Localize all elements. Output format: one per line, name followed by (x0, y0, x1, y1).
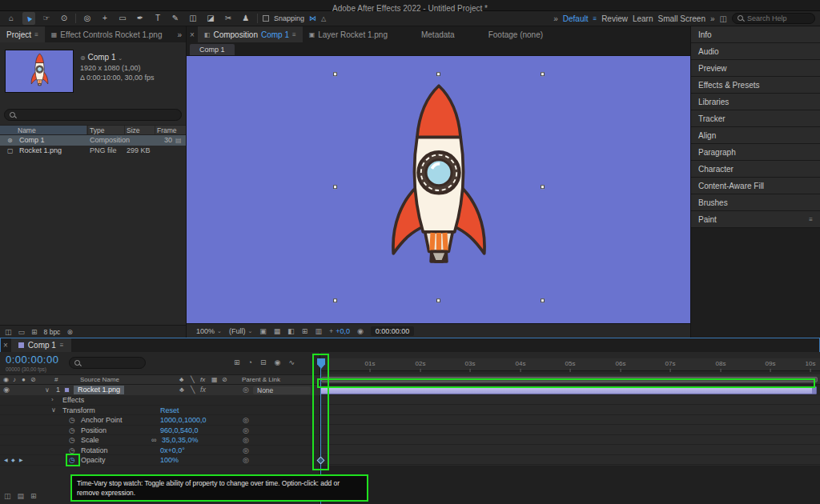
pickwhip-icon[interactable]: ◎ (243, 385, 249, 395)
preview-time-display[interactable]: 0:00:00:00 (371, 326, 415, 336)
keyframe-prev-icon[interactable]: ◀ (4, 455, 8, 466)
tab-footage[interactable]: Footage (none) (482, 26, 549, 42)
workspace-default[interactable]: Default (563, 14, 589, 23)
stopwatch-icon[interactable]: ◷ (69, 435, 75, 446)
property-value[interactable]: 960,0,540,0 (160, 426, 199, 436)
selection-handle[interactable] (333, 298, 337, 302)
sidebar-panel-paragraph[interactable]: Paragraph (691, 144, 820, 161)
pickwhip-icon[interactable]: ◎ (243, 415, 249, 426)
trash-icon[interactable]: ⊗ (66, 328, 73, 336)
workspace-small-screen[interactable]: Small Screen (658, 14, 705, 23)
graph-editor-icon[interactable]: ∿ (288, 358, 295, 366)
property-row-opacity[interactable]: ◀ ◆ ▶ ◷ Opacity 100% ◎ (0, 455, 320, 466)
reset-link[interactable]: Reset (160, 406, 179, 416)
composition-flowchart-icon[interactable]: ⊞ (234, 358, 240, 366)
column-type[interactable]: Type (90, 126, 104, 135)
pickwhip-icon[interactable]: ◎ (243, 446, 249, 456)
eraser-tool-icon[interactable]: ◪ (204, 12, 217, 25)
sidebar-panel-info[interactable]: Info (691, 26, 820, 43)
layer-row-rocket[interactable]: ◉ ∨ 1 Rocket 1.png ♣ ╲ fx ◎ None ⌄ (0, 385, 320, 395)
property-row-rotation[interactable]: ◷ Rotation 0x+0,0° ◎ (0, 446, 320, 456)
snap-edges-icon[interactable]: ⋈ (309, 14, 316, 22)
pan-behind-tool-icon[interactable]: + (98, 12, 111, 25)
frame-blending-icon[interactable]: ⊟ (260, 358, 267, 366)
new-folder-icon[interactable]: ▭ (18, 328, 26, 336)
sidebar-panel-effects-presets[interactable]: Effects & Presets (691, 77, 820, 94)
close-icon[interactable]: × (0, 341, 11, 350)
project-tab-overflow-icon[interactable]: » (177, 30, 186, 39)
orbit-camera-tool-icon[interactable]: ◎ (81, 12, 94, 25)
tab-effect-controls[interactable]: ▦ Effect Controls Rocket 1.png (45, 26, 169, 42)
shy-layers-icon[interactable]: ◔ (248, 358, 252, 366)
panel-menu-icon[interactable]: ≡ (34, 31, 38, 38)
stopwatch-icon[interactable]: ◷ (69, 455, 75, 466)
timeline-track-area[interactable]: 01s 02s 03s 04s 05s 06s 07s 08s 09s 10s (320, 352, 820, 504)
expand-in-out-icon[interactable]: ⊞ (30, 492, 37, 500)
expand-layer-switches-icon[interactable]: ◫ (4, 492, 11, 500)
viewer-tab-comp1[interactable]: Comp 1 (190, 44, 235, 55)
mask-visibility-icon[interactable]: ◧ (287, 327, 295, 335)
color-depth-button[interactable]: 8 bpc (44, 328, 61, 336)
parent-select[interactable]: None ⌄ (253, 386, 311, 394)
layer-selection-box[interactable] (336, 74, 542, 300)
project-search-input[interactable] (19, 111, 139, 119)
keyframe-diamond-icon[interactable]: ◆ (11, 455, 15, 466)
magnification-select[interactable]: 100% ⌄ (196, 327, 222, 335)
zoom-tool-icon[interactable]: ⊙ (58, 12, 70, 25)
tab-composition[interactable]: ◧ Composition Comp 1 ≡ (198, 26, 303, 42)
workspace-menu-icon[interactable]: ≡ (593, 15, 597, 22)
property-value[interactable]: 1000,0,1000,0 (160, 415, 207, 426)
pickwhip-icon[interactable]: ◎ (243, 455, 249, 466)
region-of-interest-icon[interactable]: ▣ (259, 327, 267, 335)
selection-handle[interactable] (333, 185, 337, 189)
transparency-grid-icon[interactable]: ▦ (274, 327, 281, 335)
pen-tool-icon[interactable]: ✒ (134, 12, 147, 25)
motion-blur-icon[interactable]: ◉ (275, 358, 281, 366)
property-row-scale[interactable]: ◷ Scale ∞ 35,0,35,0% ◎ (0, 435, 320, 446)
property-value[interactable]: 35,0,35,0% (162, 435, 199, 446)
stopwatch-icon[interactable]: ◷ (69, 415, 75, 426)
selection-handle[interactable] (541, 72, 545, 76)
tab-project[interactable]: Project ≡ (0, 26, 45, 42)
sidebar-panel-paint[interactable]: Paint ≡ (691, 211, 820, 228)
hand-tool-icon[interactable]: ☞ (40, 12, 53, 25)
panel-menu-icon[interactable]: ≡ (292, 31, 296, 38)
snap-features-icon[interactable]: △ (321, 15, 326, 22)
current-time-display[interactable]: 0:00:00:00 (6, 354, 58, 366)
panel-menu-icon[interactable]: ≡ (60, 342, 64, 349)
tab-layer[interactable]: ▣ Layer Rocket 1.png (303, 26, 394, 42)
sidebar-panel-libraries[interactable]: Libraries (691, 94, 820, 110)
close-icon[interactable]: × (187, 30, 198, 39)
sidebar-panel-content-aware-fill[interactable]: Content-Aware Fill (691, 178, 820, 194)
sidebar-panel-brushes[interactable]: Brushes (691, 194, 820, 211)
constrain-proportions-icon[interactable]: ∞ (151, 435, 156, 446)
roto-brush-tool-icon[interactable]: ✂ (222, 12, 235, 25)
sidebar-panel-character[interactable]: Character (691, 161, 820, 178)
shy-switch-icon[interactable]: ♣ (179, 385, 184, 395)
resolution-select[interactable]: (Full) ⌄ (229, 327, 252, 335)
text-tool-icon[interactable]: T (151, 12, 164, 25)
guides-icon[interactable]: ▥ (315, 327, 322, 335)
exposure-control[interactable]: + +0,0 (329, 327, 350, 335)
twirl-open-icon[interactable]: ∨ (45, 385, 50, 395)
sidebar-panel-audio[interactable]: Audio (691, 43, 820, 60)
blend-switch-icon[interactable]: ╲ (191, 385, 195, 395)
property-row-position[interactable]: ◷ Position 960,0,540,0 ◎ (0, 426, 320, 436)
workspace-learn[interactable]: Learn (633, 14, 653, 23)
pickwhip-icon[interactable]: ◎ (243, 435, 249, 446)
twirl-open-icon[interactable]: ∨ (51, 406, 56, 416)
shape-tool-icon[interactable]: ▭ (116, 12, 129, 25)
snapshot-icon[interactable]: ◉ (357, 327, 364, 335)
property-row-anchor-point[interactable]: ◷ Anchor Point 1000,0,1000,0 ◎ (0, 415, 320, 426)
project-row-footage[interactable]: ▢ Rocket 1.png PNG file 299 KB (0, 146, 186, 156)
work-area-bar[interactable] (321, 377, 818, 382)
workspace-bar-icon[interactable]: ◫ (720, 14, 727, 23)
property-value[interactable]: 100% (160, 455, 179, 466)
property-value[interactable]: 0x+0,0° (160, 446, 185, 456)
selection-handle[interactable] (436, 298, 440, 302)
new-composition-icon[interactable]: ⊞ (31, 328, 38, 336)
sidebar-panel-preview[interactable]: Preview (691, 60, 820, 77)
group-row-transform[interactable]: ∨ Transform Reset (0, 406, 320, 416)
grid-guides-icon[interactable]: ⊞ (302, 327, 308, 335)
column-parent-link[interactable]: Parent & Link (242, 375, 280, 384)
